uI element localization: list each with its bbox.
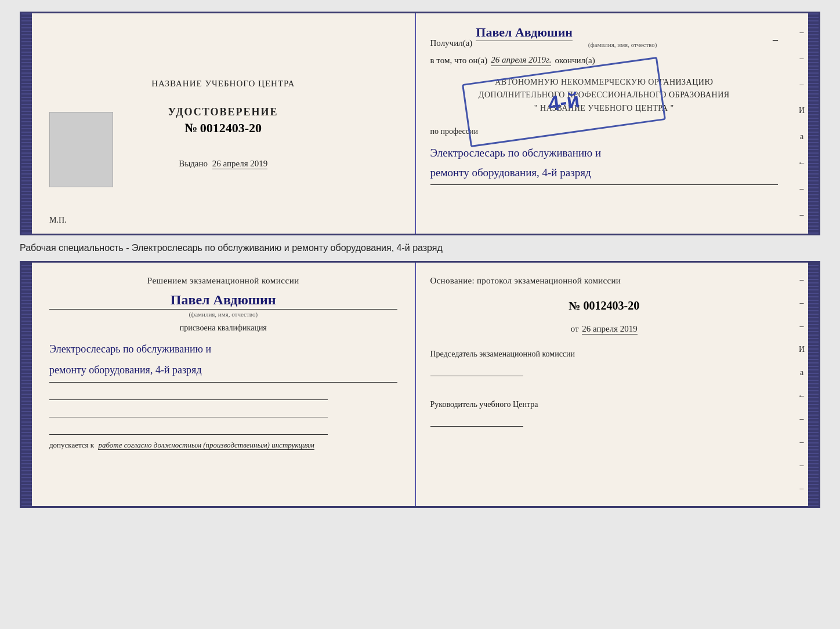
rukovoditel-label: Руководитель учебного Центра [430,398,779,410]
bottom-profession-line2: ремонту оборудования, 4-й разряд [49,359,397,380]
prisvoena-text: присвоена квалификация [49,323,397,333]
document-container: НАЗВАНИЕ УЧЕБНОГО ЦЕНТРА УДОСТОВЕРЕНИЕ №… [20,12,820,508]
vydano-line: Выдано 26 апреля 2019 [179,159,267,169]
bdash-3: – [800,318,804,335]
protocol-number: № 0012403-20 [430,299,779,312]
bottom-recipient-name: Павел Авдюшин [49,292,397,310]
predsedatel-sig-line [430,365,523,376]
bottom-booklet-left-page: Решением экзаменационной комиссии Павел … [32,263,416,506]
sig-line-2 [49,406,328,417]
bottom-booklet-left-spine [21,263,32,506]
photo-placeholder [49,112,113,187]
bdash-i: И [799,341,805,358]
bottom-profession-line1: Электрослесарь по обслуживанию и [49,339,397,359]
top-booklet-right-page: Получил(a) Павел Авдюшин (фамилия, имя, … [416,13,796,234]
bdash-6: – [800,457,804,474]
vtom-label: в том, что он(а) [430,56,488,66]
dopuskaetsya-label: допускается к [49,441,94,449]
dash-arrow: ← [798,155,806,171]
dash-after-name: – [773,34,778,46]
mp-label: М.П. [49,216,67,225]
dash-a: а [800,129,803,145]
bdash-1: – [800,272,804,288]
udostoverenie-number: № 0012403-20 [168,121,278,136]
dash-i: И [799,103,805,119]
dopuskaetsya-block: допускается к работе согласно должностны… [49,441,397,450]
ot-prefix: от [571,324,579,333]
udostoverenie-title: УДОСТОВЕРЕНИЕ [168,106,278,118]
poluchil-label: Получил(a) [430,38,473,48]
predsedatel-block: Председатель экзаменационной комиссии [430,348,779,379]
stamp-block: 4-й АВТОНОМНУЮ НЕКОММЕРЧЕСКУЮ ОРГАНИЗАЦИ… [430,76,779,115]
profession-line2: ремонту оборудования, 4-й разряд [430,163,779,183]
bottom-profession: Электрослесарь по обслуживанию и ремонту… [49,339,397,383]
top-right-dashes: – – – И а ← – – [795,13,808,234]
top-booklet-left-page: НАЗВАНИЕ УЧЕБНОГО ЦЕНТРА УДОСТОВЕРЕНИЕ №… [32,13,416,234]
rukovoditel-sig-line [430,415,523,427]
dash-5: – [800,207,804,223]
top-booklet-right-spine [808,13,819,234]
name-subtitle: (фамилия, имя, отчество) [476,41,769,48]
okonchil-label: окончил(а) [555,56,595,66]
poluchil-row: Получил(a) Павел Авдюшин (фамилия, имя, … [430,25,779,48]
profession-line1: Электрослесарь по обслуживанию и [430,143,779,163]
bdash-a: а [800,365,803,381]
ot-date-value: 26 апреля 2019 [582,324,638,335]
recipient-name: Павел Авдюшин [476,25,573,41]
top-left-title: НАЗВАНИЕ УЧЕБНОГО ЦЕНТРА [151,79,295,89]
bdash-2: – [800,295,804,311]
dopuskaetsya-value: работе согласно должностным (производств… [98,441,314,450]
sig-line-1 [49,388,328,400]
bottom-name-subtitle: (фамилия, имя, отчество) [49,311,397,318]
bottom-booklet-right-page: Основание: протокол экзаменационной коми… [416,263,796,506]
udostoverenie-block: УДОСТОВЕРЕНИЕ № 0012403-20 [168,106,278,136]
top-booklet: НАЗВАНИЕ УЧЕБНОГО ЦЕНТРА УДОСТОВЕРЕНИЕ №… [20,12,820,235]
reshenie-title: Решением экзаменационной комиссии [49,274,397,288]
bdash-7: – [800,481,804,497]
bottom-name-block: Павел Авдюшин (фамилия, имя, отчество) [49,292,397,318]
dash-1: – [800,24,804,41]
top-booklet-left-spine [21,13,32,234]
vtom-date: 26 апреля 2019г. [491,55,551,66]
stamp-number: 4-й [546,88,581,116]
number-prefix: № [184,121,197,135]
predsedatel-label: Председатель экзаменационной комиссии [430,348,779,360]
recipient-name-block: Павел Авдюшин (фамилия, имя, отчество) [476,25,769,48]
protocol-value: 0012403-20 [583,299,639,312]
vydano-label: Выдано [179,159,208,168]
bdash-5: – [800,434,804,450]
profession-right: Электрослесарь по обслуживанию и ремонту… [430,143,779,184]
ot-date-block: от 26 апреля 2019 [430,324,779,334]
osnovanie-title: Основание: протокол экзаменационной коми… [430,274,779,288]
vydano-date: 26 апреля 2019 [212,159,268,169]
between-text: Рабочая специальность - Электрослесарь п… [20,240,820,256]
sig-lines-block [49,388,397,435]
bdash-4: – [800,411,804,427]
rukovoditel-block: Руководитель учебного Центра [430,398,779,429]
dash-3: – [800,77,804,93]
number-value: 0012403-20 [200,121,262,135]
dash-4: – [800,181,804,197]
bottom-booklet-right-spine [808,263,819,506]
sig-line-3 [49,423,328,435]
bottom-right-dashes: – – – И а ← – – – – [795,263,808,506]
dash-2: – [800,50,804,67]
bdash-arrow: ← [798,388,806,404]
bottom-booklet: Решением экзаменационной комиссии Павел … [20,261,820,508]
protocol-prefix: № [569,299,580,312]
